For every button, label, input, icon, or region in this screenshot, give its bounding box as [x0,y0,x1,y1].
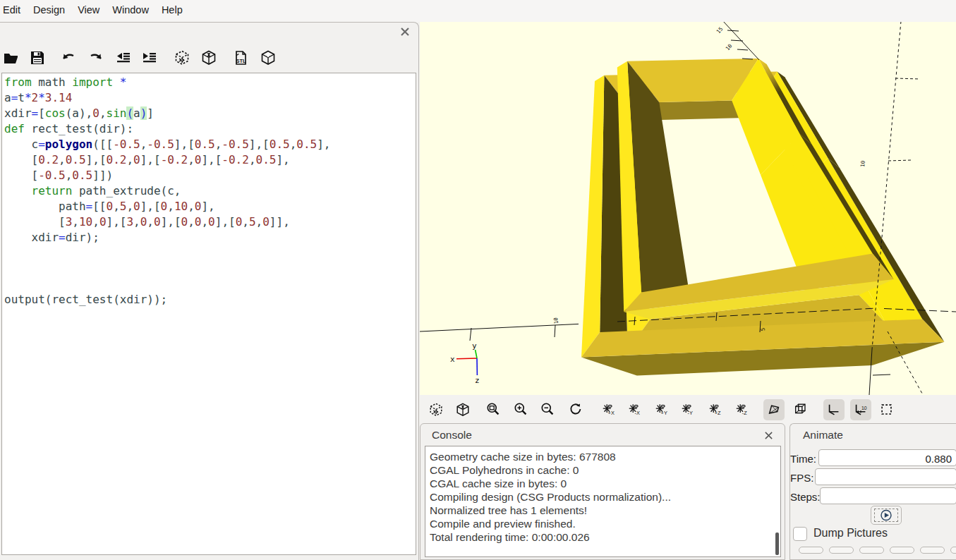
console-close-button[interactable] [764,430,773,439]
animate-title: Animate [803,429,843,442]
editor-toolbar-render-button[interactable] [200,49,219,68]
console-log[interactable]: Geometry cache size in bytes: 677808CGAL… [425,446,781,557]
editor-toolbar-redo-button[interactable] [88,49,107,68]
code-token: 0 [181,215,188,229]
code-line: c=polygon([[-0.5,-0.5],[0.5,-0.5],[0.5,0… [4,137,416,152]
editor-toolbar-unindent-button[interactable] [115,49,133,68]
code-token: = [11,91,18,104]
time-input[interactable] [818,449,956,466]
indent-icon [141,49,158,66]
view-toolbar-orthogonal-button[interactable] [790,399,811,420]
vcr-step-button[interactable] [890,547,914,554]
code-token [113,75,120,89]
code-token: ], [276,153,289,166]
code-token: ],[ [86,153,107,166]
view-toolbar-zoom-in-button[interactable] [511,399,532,420]
view-toolbar-reset-view-button[interactable] [565,399,586,420]
view-toolbar-preview-button[interactable] [425,399,447,420]
code-token: , [113,200,120,213]
menu-help[interactable]: Help [155,0,189,20]
code-token: ]], [270,215,290,229]
svg-text:-Z: -Z [742,410,747,416]
axis-line [555,325,555,337]
code-line: xdir=dir); [4,230,416,245]
view-toolbar-zoom-all-button[interactable] [483,399,504,420]
view-toolbar-view-plus-y-button[interactable]: +Y [651,399,672,420]
code-line [4,261,416,276]
code-token: 10 [79,215,92,229]
code-token: 0.2 [107,153,127,166]
code-token: [[ [92,200,106,213]
view-toolbar-zoom-out-button[interactable] [538,399,559,420]
code-token: [ [4,169,38,182]
view-toolbar-view-plus-x-button[interactable]: +X [598,399,619,420]
code-token: 0 [154,215,161,229]
export-stl-icon: STL [232,49,249,66]
orientation-axes: x y z [450,341,480,385]
view-toolbar-render-button[interactable] [452,399,473,420]
3d-viewport[interactable]: 10 5 15 10 10 x y z [420,22,956,395]
scrollbar-thumb[interactable] [775,532,779,555]
menu-view[interactable]: View [71,0,106,20]
code-token: * [25,91,32,104]
code-token: -0.2 [161,153,188,166]
code-token: import [72,75,113,89]
editor-dock-close-button[interactable] [400,27,410,37]
code-token: , [66,169,73,182]
code-token: , [290,138,297,151]
view-toolbar-show-edges-button[interactable] [876,399,897,420]
code-token: 0 [107,200,114,213]
editor-toolbar-indent-button[interactable] [141,49,159,68]
view-toolbar-perspective-button[interactable] [763,399,785,420]
editor-toolbar-render-preview-button[interactable] [174,49,192,68]
steps-input[interactable] [820,487,956,504]
code-editor[interactable]: from math import *a=t*2*3.14xdir=[cos(a)… [1,73,416,555]
vcr-step-button[interactable] [859,547,884,554]
code-line: a=t*2*3.14 [4,90,416,106]
code-line: path=[[0,5,0],[0,10,0], [4,199,416,214]
orthogonal-icon [793,402,809,418]
svg-text:-Y: -Y [688,410,693,416]
code-token: from [4,75,32,89]
view-toolbar-show-scale-markers-button[interactable]: 10 [850,399,871,420]
menu-design[interactable]: Design [27,0,71,20]
svg-text:+X: +X [608,410,615,416]
vcr-step-button[interactable] [799,547,823,554]
editor-toolbar-save-button[interactable] [29,49,47,68]
view-toolbar-view-plus-z-button[interactable]: +Z [705,399,726,420]
dump-pictures-checkbox[interactable] [793,527,807,541]
editor-toolbar-export-stl-button[interactable]: STL [232,49,250,68]
code-token: -0.5 [222,138,249,151]
view-toolbar-show-axes-button[interactable] [823,399,845,420]
editor-toolbar-export-3d-button[interactable] [260,49,278,68]
fps-input[interactable] [815,468,956,485]
code-token: , [167,200,174,213]
code-token: * [120,75,127,89]
code-token: , [92,215,99,229]
vcr-step-button[interactable] [920,547,945,554]
view-toolbar-view-minus-z-button[interactable]: -Z [732,399,753,420]
menubar: EditDesignViewWindowHelp [0,0,956,22]
editor-toolbar-open-button[interactable] [3,49,21,68]
console-scrollbar[interactable] [774,446,780,556]
open-icon [3,49,20,66]
perspective-icon [766,402,782,418]
zoom-all-icon [486,402,502,418]
view-toolbar-view-minus-y-button[interactable]: -Y [677,399,698,420]
code-token: c [4,138,38,151]
editor-toolbar-undo-button[interactable] [61,49,79,68]
menu-window[interactable]: Window [106,0,155,20]
vcr-step-button[interactable] [829,547,854,554]
svg-text:+Y: +Y [661,410,667,416]
code-token: , [147,215,154,229]
code-line: from math import * [4,75,416,90]
code-token: -0.5 [113,138,140,151]
code-token: , [215,138,222,151]
preview-icon [428,402,444,418]
menu-edit[interactable]: Edit [0,0,27,20]
vcr-step-button[interactable] [950,547,956,554]
view-toolbar-view-minus-x-button[interactable]: -X [624,399,646,420]
code-token: ],[ [249,138,270,151]
play-button[interactable] [871,506,902,525]
redo-icon [88,49,105,66]
